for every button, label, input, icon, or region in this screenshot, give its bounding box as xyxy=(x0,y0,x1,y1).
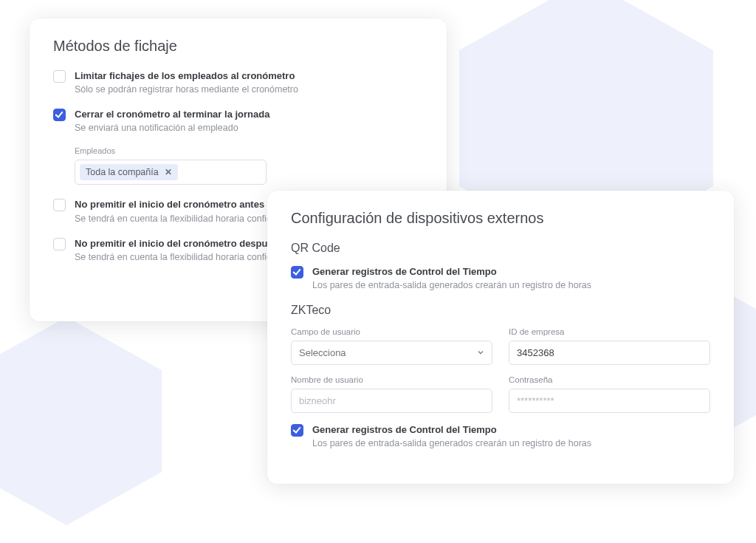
checkbox-cerrar-cronometro[interactable] xyxy=(53,109,66,121)
opt-label: Generar registros de Control del Tiempo xyxy=(312,265,591,279)
opt-desc: Sólo se podrán registrar horas mediante … xyxy=(75,84,298,95)
zkteco-section-title: ZKTeco xyxy=(291,304,710,317)
opt-label: Generar registros de Control del Tiempo xyxy=(312,423,591,437)
employees-block: Empleados Toda la compañía ✕ xyxy=(75,146,423,185)
form-row-1: Campo de usuario ID de empresa xyxy=(291,327,710,365)
tag-remove-icon[interactable]: ✕ xyxy=(163,167,173,177)
company-id-input[interactable] xyxy=(509,341,710,365)
username-input[interactable] xyxy=(291,389,492,413)
card-title: Configuración de dispositivos externos xyxy=(291,210,710,227)
checkbox-no-permitir-antes[interactable] xyxy=(53,199,66,211)
password-label: Contraseña xyxy=(509,375,710,384)
user-field-label: Campo de usuario xyxy=(291,327,492,336)
employees-input[interactable]: Toda la compañía ✕ xyxy=(75,160,267,185)
card-title: Métodos de fichaje xyxy=(53,38,423,55)
col-company-id: ID de empresa xyxy=(509,327,710,365)
checkbox-no-permitir-despues[interactable] xyxy=(53,238,66,250)
card-dispositivos-externos: Configuración de dispositivos externos Q… xyxy=(267,191,734,484)
opt-desc: Los pares de entrada-salida generados cr… xyxy=(312,438,591,448)
company-id-label: ID de empresa xyxy=(509,327,710,336)
opt-desc: Los pares de entrada-salida generados cr… xyxy=(312,280,591,290)
user-field-select[interactable] xyxy=(291,341,492,365)
employees-tag: Toda la compañía ✕ xyxy=(80,164,178,180)
opt-label: Limitar fichajes de los empleados al cro… xyxy=(75,69,298,83)
username-label: Nombre de usuario xyxy=(291,375,492,384)
opt-cerrar-cronometro: Cerrar el cronómetro al terminar la jorn… xyxy=(53,108,423,133)
decor-hex-left xyxy=(0,310,177,532)
opt-label: Cerrar el cronómetro al terminar la jorn… xyxy=(75,108,269,121)
col-username: Nombre de usuario xyxy=(291,375,492,413)
col-user-field: Campo de usuario xyxy=(291,327,492,365)
form-row-2: Nombre de usuario Contraseña xyxy=(291,375,710,413)
opt-zk-generar-registros: Generar registros de Control del Tiempo … xyxy=(291,423,710,448)
tag-text: Toda la compañía xyxy=(86,167,159,177)
employees-label: Empleados xyxy=(75,146,423,155)
checkbox-qr-generar-registros[interactable] xyxy=(291,266,303,279)
svg-marker-1 xyxy=(0,317,162,525)
opt-qr-generar-registros: Generar registros de Control del Tiempo … xyxy=(291,265,710,290)
checkbox-limitar-fichajes[interactable] xyxy=(53,70,66,83)
qr-section-title: QR Code xyxy=(291,242,710,255)
col-password: Contraseña xyxy=(509,375,710,413)
opt-desc: Se enviará una notificación al empleado xyxy=(75,123,269,133)
password-input[interactable] xyxy=(509,389,710,413)
opt-limitar-fichajes: Limitar fichajes de los empleados al cro… xyxy=(53,69,423,95)
user-field-select-wrap xyxy=(291,341,492,365)
checkbox-zk-generar-registros[interactable] xyxy=(291,424,303,437)
